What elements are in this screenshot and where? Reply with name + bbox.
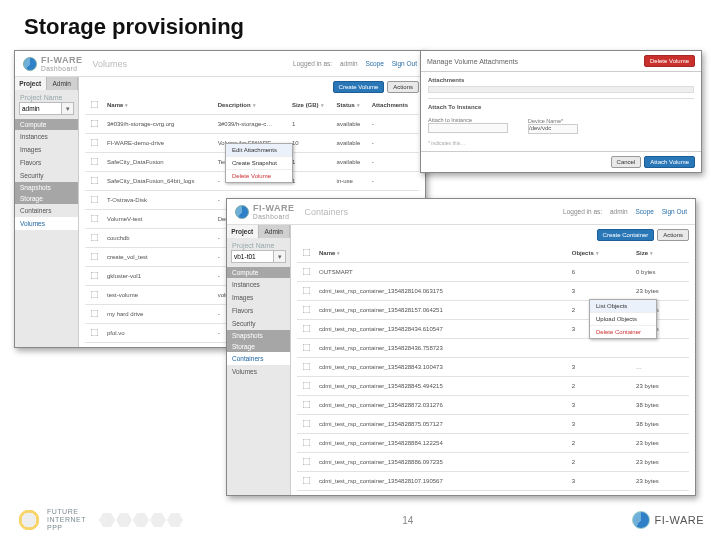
- fiware-logo-icon: [23, 57, 37, 71]
- cell-status: available: [334, 134, 369, 153]
- row-checkbox[interactable]: [91, 310, 99, 318]
- ctx-create-snapshot[interactable]: Create Snapshot: [226, 157, 292, 170]
- row-checkbox[interactable]: [91, 234, 99, 242]
- create-volume-button[interactable]: Create Volume: [333, 81, 385, 93]
- scope-link[interactable]: Scope: [635, 208, 653, 215]
- cancel-button[interactable]: Cancel: [611, 156, 642, 168]
- attach-instance-select[interactable]: [428, 123, 508, 133]
- project-value[interactable]: [19, 102, 62, 115]
- row-checkbox[interactable]: [303, 287, 311, 295]
- row-checkbox[interactable]: [303, 363, 311, 371]
- page-number: 14: [402, 515, 413, 526]
- row-checkbox[interactable]: [91, 329, 99, 337]
- project-value[interactable]: [231, 250, 274, 263]
- signout-link[interactable]: Sign Out: [662, 208, 687, 215]
- cell-name: cdmi_test_rsp_container_1354828157.06425…: [316, 301, 569, 320]
- sidebar-item-containers[interactable]: Containers: [227, 352, 290, 365]
- row-checkbox[interactable]: [91, 272, 99, 280]
- section-attachments: Attachments: [428, 77, 694, 83]
- actions-button[interactable]: Actions: [387, 81, 419, 93]
- fippp-l2: INTERNET: [47, 516, 86, 524]
- sidebar-tab-admin[interactable]: Admin: [47, 77, 79, 90]
- row-checkbox[interactable]: [91, 177, 99, 185]
- row-checkbox[interactable]: [303, 420, 311, 428]
- create-container-button[interactable]: Create Container: [597, 229, 655, 241]
- device-name-input[interactable]: /dev/vdc: [528, 124, 578, 134]
- row-checkbox[interactable]: [303, 325, 311, 333]
- col-name[interactable]: Name▾: [104, 96, 215, 115]
- delete-volume-button[interactable]: Delete Volume: [644, 55, 695, 67]
- table-row[interactable]: cdmi_test_rsp_container_1354828845.49421…: [297, 377, 689, 396]
- table-row[interactable]: cdmi_test_rsp_container_1354828872.03127…: [297, 396, 689, 415]
- col-objects[interactable]: Objects▾: [569, 244, 633, 263]
- table-row[interactable]: cdmi_test_rsp_container_1354828843.10047…: [297, 358, 689, 377]
- table-row[interactable]: cdmi_test_rsp_container_1354828884.12225…: [297, 434, 689, 453]
- ctx-delete-volume[interactable]: Delete Volume: [226, 170, 292, 182]
- row-checkbox[interactable]: [91, 215, 99, 223]
- row-checkbox[interactable]: [91, 139, 99, 147]
- sidebar-item-flavors[interactable]: Flavors: [227, 304, 290, 317]
- brand: FI-WARE Dashboard Volumes: [23, 55, 127, 72]
- sidebar-tab-admin[interactable]: Admin: [259, 225, 291, 238]
- containers-sidebar: Project Admin Project Name ▾ Compute Ins…: [227, 225, 291, 495]
- cell-name: cdmi_test_rsp_container_1354828104.06317…: [316, 282, 569, 301]
- row-checkbox[interactable]: [303, 382, 311, 390]
- sidebar-item-instances[interactable]: Instances: [15, 130, 78, 143]
- select-all-checkbox[interactable]: [303, 249, 311, 257]
- volumes-topbar: FI-WARE Dashboard Volumes Logged in as: …: [15, 51, 425, 77]
- sidebar-tab-project[interactable]: Project: [15, 77, 47, 90]
- row-checkbox[interactable]: [91, 158, 99, 166]
- col-desc[interactable]: Description▾: [215, 96, 289, 115]
- sidebar-item-volumes[interactable]: Volumes: [15, 217, 78, 230]
- project-select[interactable]: ▾: [231, 250, 286, 263]
- table-row[interactable]: cdmi_test_rsp_container_1354828886.09723…: [297, 453, 689, 472]
- table-row[interactable]: cdmi_test_rsp_container_1354828875.05712…: [297, 415, 689, 434]
- col-name[interactable]: Name▾: [316, 244, 569, 263]
- cell-size: 23 bytes: [633, 377, 689, 396]
- table-row[interactable]: cdmi_test_rsp_container_1354828104.06317…: [297, 282, 689, 301]
- sidebar-item-images[interactable]: Images: [15, 143, 78, 156]
- ctx-delete-container[interactable]: Delete Container: [590, 326, 656, 338]
- volumes-sidebar: Project Admin Project Name ▾ Compute Ins…: [15, 77, 79, 347]
- row-checkbox[interactable]: [303, 268, 311, 276]
- scope-link[interactable]: Scope: [365, 60, 383, 67]
- table-row[interactable]: cdmi_test_rsp_container_1354828107.19056…: [297, 472, 689, 491]
- row-checkbox[interactable]: [91, 253, 99, 261]
- chevron-down-icon[interactable]: ▾: [274, 250, 286, 263]
- sidebar-item-volumes[interactable]: Volumes: [227, 365, 290, 378]
- row-checkbox[interactable]: [91, 120, 99, 128]
- attach-volume-button[interactable]: Attach Volume: [644, 156, 695, 168]
- sidebar-item-containers[interactable]: Containers: [15, 204, 78, 217]
- page-label: Volumes: [93, 59, 128, 69]
- table-row[interactable]: OUTSMART60 bytes: [297, 263, 689, 282]
- table-row[interactable]: cdmi_test_rsp_container_1354828436.75872…: [297, 339, 689, 358]
- sidebar-item-security[interactable]: Security: [15, 169, 78, 182]
- row-checkbox[interactable]: [303, 306, 311, 314]
- ctx-list-objects[interactable]: List Objects: [590, 300, 656, 313]
- ctx-upload-objects[interactable]: Upload Objects: [590, 313, 656, 326]
- row-checkbox[interactable]: [303, 344, 311, 352]
- actions-button[interactable]: Actions: [657, 229, 689, 241]
- table-row[interactable]: 3#039/h-storage-cvrg.org3#039/h-storage-…: [85, 115, 419, 134]
- col-size[interactable]: Size (GB)▾: [289, 96, 334, 115]
- row-checkbox[interactable]: [91, 291, 99, 299]
- col-status[interactable]: Status▾: [334, 96, 369, 115]
- sidebar-tab-project[interactable]: Project: [227, 225, 259, 238]
- row-checkbox[interactable]: [303, 401, 311, 409]
- sidebar-item-instances[interactable]: Instances: [227, 278, 290, 291]
- row-checkbox[interactable]: [303, 439, 311, 447]
- row-checkbox[interactable]: [91, 196, 99, 204]
- sidebar-item-images[interactable]: Images: [227, 291, 290, 304]
- row-checkbox[interactable]: [303, 458, 311, 466]
- chevron-down-icon[interactable]: ▾: [62, 102, 74, 115]
- row-checkbox[interactable]: [303, 477, 311, 485]
- project-select[interactable]: ▾: [19, 102, 74, 115]
- sidebar-item-flavors[interactable]: Flavors: [15, 156, 78, 169]
- cell-name: couchdb: [104, 229, 215, 248]
- ctx-edit-attachments[interactable]: Edit Attachments: [226, 144, 292, 157]
- sidebar-item-security[interactable]: Security: [227, 317, 290, 330]
- col-size[interactable]: Size▾: [633, 244, 689, 263]
- signout-link[interactable]: Sign Out: [392, 60, 417, 67]
- col-att[interactable]: Attachments: [369, 96, 419, 115]
- select-all-checkbox[interactable]: [91, 101, 99, 109]
